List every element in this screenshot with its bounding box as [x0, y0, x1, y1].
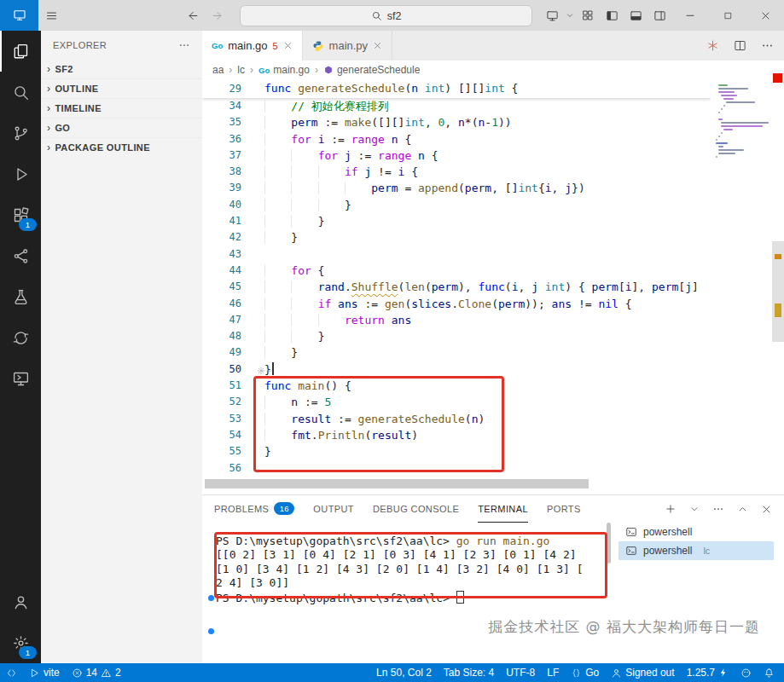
chevron-down-icon[interactable] — [564, 0, 576, 31]
breadcrumb-item-main.go[interactable]: Gomain.go — [258, 64, 310, 76]
split-editor-icon[interactable] — [734, 39, 746, 52]
close-button[interactable] — [746, 0, 784, 31]
code-line[interactable]: 46 if ans := gen(slices.Clone(perm)); an… — [202, 296, 711, 312]
activity-item-testing[interactable] — [0, 276, 41, 317]
maximize-panel-icon[interactable] — [737, 504, 748, 515]
code-line[interactable]: 36 for i := range n { — [202, 131, 711, 147]
panel-tab-ports[interactable]: PORTS — [547, 495, 581, 523]
code-line[interactable]: 35 perm := make([][]int, 0, n*(n-1)) — [202, 114, 711, 130]
terminal-output[interactable]: PS D:\mysetup\gopath\src\sf2\aa\lc> go r… — [216, 535, 583, 604]
back-button[interactable] — [181, 0, 205, 31]
new-terminal-icon[interactable] — [665, 503, 677, 515]
breadcrumb-item-lc[interactable]: lc — [237, 64, 245, 76]
terminal-line: [1 0] [3 4] [1 2] [4 3] [2 0] [1 4] [3 2… — [216, 563, 583, 576]
maximize-button[interactable] — [709, 0, 746, 31]
code-line[interactable]: 42 } — [202, 229, 711, 246]
code-line[interactable]: 40 } — [202, 197, 711, 213]
toggle-panel-icon[interactable] — [624, 0, 648, 31]
close-panel-icon[interactable] — [761, 504, 772, 515]
status-go-version[interactable]: 1.25.7 — [681, 663, 735, 682]
code-line[interactable]: 43 — [202, 246, 711, 263]
code-line[interactable]: 48 } — [202, 328, 711, 344]
code-line[interactable]: 55} — [202, 443, 711, 459]
code-line[interactable]: 54 fmt.Println(result) — [202, 427, 711, 443]
status-go-gopher[interactable] — [735, 663, 758, 682]
code-line[interactable]: 49 } — [202, 344, 711, 361]
activity-item-extensions[interactable]: 1 — [0, 194, 41, 235]
status-encoding[interactable]: UTF-8 — [500, 663, 541, 682]
code-line[interactable]: 38 if j != i { — [202, 164, 711, 180]
chevron-down-icon — [266, 367, 273, 374]
activity-item-live-share[interactable] — [0, 235, 41, 276]
forward-button[interactable] — [205, 0, 229, 31]
code-line[interactable]: 44 for { — [202, 263, 711, 279]
status-task-vite[interactable]: vite — [23, 663, 66, 682]
activity-item-accounts[interactable] — [0, 581, 41, 622]
editor-more-actions-icon[interactable] — [761, 39, 774, 52]
activity-item-source-control[interactable] — [0, 113, 41, 153]
tab-close-icon[interactable] — [283, 41, 293, 50]
status-language-mode[interactable]: Go — [565, 663, 605, 682]
activity-item-sync[interactable] — [0, 317, 41, 358]
panel-more-actions-icon[interactable] — [712, 503, 724, 515]
toggle-secondary-sidebar-icon[interactable] — [648, 0, 671, 31]
status-cursor-position[interactable]: Ln 50, Col 2 — [370, 663, 438, 682]
editor-grid-icon[interactable] — [576, 0, 600, 31]
sidebar-section-outline[interactable]: ›OUTLINE — [41, 78, 202, 98]
status-remote[interactable] — [0, 663, 23, 682]
tab-main.go[interactable]: Gomain.go5 — [202, 31, 303, 61]
sidebar-section-timeline[interactable]: ›TIMELINE — [41, 98, 202, 118]
minimize-button[interactable] — [671, 0, 709, 31]
sidebar-section-go[interactable]: ›GO — [41, 118, 202, 137]
open-remote-window-icon[interactable] — [540, 0, 564, 31]
code-line[interactable]: 47 return ans — [202, 312, 711, 328]
terminal-scrollbar[interactable] — [607, 523, 611, 564]
code-token: , — [518, 280, 531, 293]
code-editor[interactable]: 29func generateSchedule(n int) [][]int {… — [202, 79, 711, 494]
panel-tab-output[interactable]: OUTPUT — [313, 495, 354, 523]
minimap[interactable] — [711, 84, 770, 494]
code-line[interactable]: 34 // 初始化赛程排列 — [202, 98, 711, 114]
command-center-search[interactable]: sf2 — [240, 5, 532, 26]
code-line[interactable]: 45 rand.Shuffle(len(perm), func(i, j int… — [202, 279, 711, 295]
activity-item-search[interactable] — [0, 72, 41, 113]
status-indentation[interactable]: Tab Size: 4 — [438, 663, 500, 682]
terminal-tab-powershell[interactable]: powershell — [618, 523, 774, 541]
status-accounts-signed-out[interactable]: Signed out — [605, 663, 680, 682]
gear-widget-icon[interactable] — [257, 367, 273, 375]
activity-item-run-debug[interactable] — [0, 153, 41, 194]
tab-main.py[interactable]: main.py — [303, 31, 393, 61]
panel-tab-debug-console[interactable]: DEBUG CONSOLE — [373, 495, 459, 523]
horizontal-scrollbar[interactable] — [205, 479, 589, 488]
terminal-tab-powershell[interactable]: powershelllc — [618, 541, 774, 560]
status-eol[interactable]: LF — [541, 663, 565, 682]
sidebar-section-sf2[interactable]: ›SF2 — [41, 60, 202, 78]
tab-close-icon[interactable] — [373, 41, 382, 50]
run-code-icon[interactable] — [706, 39, 719, 52]
code-line[interactable]: 56 — [202, 460, 711, 477]
breadcrumb-item-generateSchedule[interactable]: generateSchedule — [323, 64, 420, 76]
line-number: 54 — [202, 427, 241, 443]
code-line[interactable]: 39 perm = append(perm, []int{i, j}) — [202, 180, 711, 196]
panel-tab-terminal[interactable]: TERMINAL — [478, 495, 528, 523]
command-decoration-dot — [208, 595, 214, 601]
sidebar-section-package-outline[interactable]: ›PACKAGE OUTLINE — [41, 137, 202, 157]
activity-item-settings[interactable]: 1 — [0, 622, 41, 663]
activity-item-remote-explorer[interactable] — [0, 358, 41, 399]
terminal-dropdown-icon[interactable] — [689, 504, 700, 514]
breadcrumb-item-aa[interactable]: aa — [212, 64, 224, 76]
code-line[interactable]: 50} — [202, 361, 711, 378]
panel-tab-problems[interactable]: PROBLEMS16 — [214, 495, 294, 523]
status-problems[interactable]: 142 — [66, 663, 127, 682]
code-line[interactable]: 41 } — [202, 213, 711, 229]
code-line[interactable]: 37 for j := range n { — [202, 147, 711, 164]
code-line[interactable]: 52 n := 5 — [202, 394, 711, 410]
sticky-line[interactable]: 29func generateSchedule(n int) [][]int { — [202, 79, 711, 98]
status-notifications[interactable] — [758, 663, 781, 682]
sidebar-more-actions-icon[interactable] — [178, 39, 190, 51]
activity-item-explorer[interactable] — [0, 31, 41, 72]
menu-icon[interactable] — [39, 0, 63, 31]
code-line[interactable]: 51func main() { — [202, 378, 711, 394]
toggle-sidebar-icon[interactable] — [600, 0, 624, 31]
code-line[interactable]: 53 result := generateSchedule(n) — [202, 411, 711, 427]
